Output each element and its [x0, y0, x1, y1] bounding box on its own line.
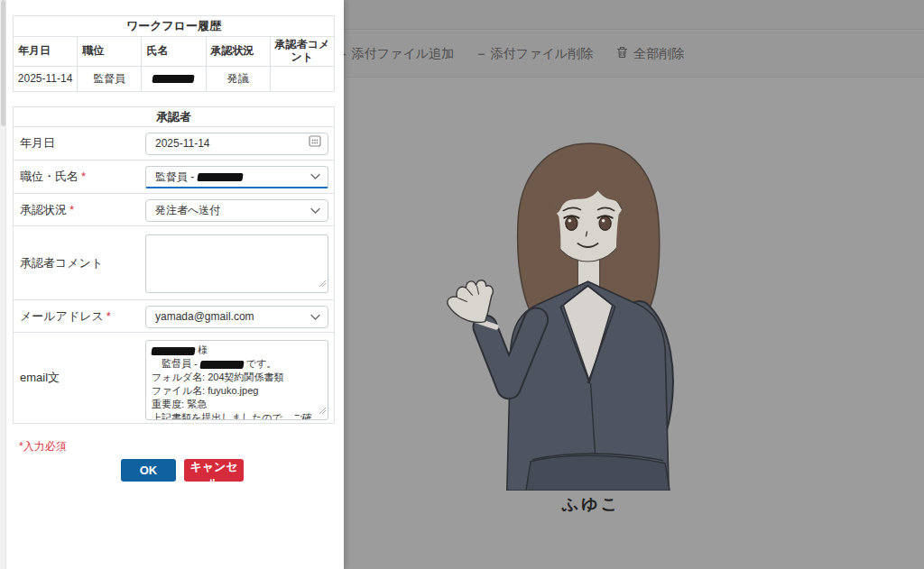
attachment-toolbar: + 添付ファイル追加 − 添付ファイル削除 全部削除 [344, 31, 924, 78]
approver-form-title: 承認者 [14, 107, 334, 127]
email-body-row: email文 様 監督員 - です。 フォルダ名: 204契約関係書類 ファイル… [14, 333, 334, 423]
email-row: メールアドレス* yamada@gmail.com [14, 300, 334, 333]
cell-date: 2025-11-14 [14, 66, 78, 91]
col-date: 年月日 [14, 37, 78, 67]
cell-status: 発議 [206, 66, 270, 91]
approver-form: 承認者 年月日 2025-11-14 [13, 106, 335, 424]
table-header-row: 年月日 職位 氏名 承認状況 承認者コメント [14, 37, 335, 67]
add-attachment-label: 添付ファイル追加 [352, 46, 454, 62]
email-label: メールアドレス* [20, 308, 111, 325]
minus-icon: − [477, 47, 485, 60]
approver-comment-row: 承認者コメント [14, 226, 334, 300]
col-position: 職位 [78, 37, 142, 67]
delete-all-button[interactable]: 全部削除 [616, 46, 684, 62]
email-value: yamada@gmail.com [155, 310, 254, 323]
email-select[interactable]: yamada@gmail.com [145, 306, 328, 328]
required-asterisk: * [69, 203, 74, 216]
date-value: 2025-11-14 [155, 137, 210, 150]
resize-grip-icon[interactable] [319, 402, 327, 418]
scrollbar-thumb[interactable] [1, 0, 5, 126]
character-name-caption: ふゆこ [438, 493, 744, 515]
ok-button[interactable]: OK [121, 459, 176, 482]
col-status: 承認状況 [206, 37, 270, 67]
required-note: *入力必須 [19, 439, 67, 454]
chevron-down-icon [310, 307, 320, 327]
email-body-label: email文 [20, 370, 60, 386]
approval-status-value: 発注者へ送付 [155, 204, 220, 216]
remove-attachment-button[interactable]: − 添付ファイル削除 [477, 46, 593, 62]
required-asterisk: * [81, 170, 86, 183]
col-comment: 承認者コメント [270, 37, 334, 67]
approver-comment-textarea[interactable] [145, 234, 328, 293]
calendar-icon[interactable] [309, 133, 321, 154]
cell-position: 監督員 [78, 66, 142, 91]
character-illustration [430, 134, 750, 491]
workflow-history-table: ワークフロー履歴 年月日 職位 氏名 承認状況 承認者コメント 2025-11-… [13, 15, 335, 92]
email-body-textarea[interactable]: 様 監督員 - です。 フォルダ名: 204契約関係書類 ファイル名: fuyu… [145, 340, 328, 420]
background-header-band [344, 0, 924, 30]
background-content-area: ふゆこ [344, 78, 924, 569]
date-row: 年月日 2025-11-14 [14, 127, 334, 161]
approval-status-row: 承認状況* 発注者へ送付 [14, 194, 334, 226]
page-scrollbar[interactable] [0, 0, 6, 569]
trash-icon [616, 46, 628, 61]
cell-name-redacted [142, 66, 206, 91]
resize-grip-icon[interactable] [319, 275, 327, 291]
email-body-text: 様 監督員 - です。 フォルダ名: 204契約関係書類 ファイル名: fuyu… [146, 341, 328, 420]
date-label: 年月日 [20, 135, 55, 151]
cancel-button[interactable]: キャンセル [184, 459, 244, 482]
approver-comment-label: 承認者コメント [20, 255, 103, 271]
table-row: 2025-11-14 監督員 発議 [14, 66, 335, 91]
approval-status-select[interactable]: 発注者へ送付 [145, 199, 328, 222]
add-attachment-button[interactable]: + 添付ファイル追加 [338, 46, 454, 62]
position-name-row: 職位・氏名* 監督員 - [14, 161, 334, 194]
cell-comment [270, 66, 334, 91]
chevron-down-icon [310, 200, 320, 221]
remove-attachment-label: 添付ファイル削除 [491, 46, 593, 62]
required-asterisk: * [106, 309, 111, 323]
workflow-history-title: ワークフロー履歴 [14, 16, 335, 37]
chevron-down-icon [310, 167, 320, 188]
dimmed-background-page: + 添付ファイル追加 − 添付ファイル削除 全部削除 [344, 0, 924, 569]
workflow-approval-dialog: ワークフロー履歴 年月日 職位 氏名 承認状況 承認者コメント 2025-11-… [6, 0, 344, 569]
col-name: 氏名 [142, 37, 206, 67]
date-input[interactable]: 2025-11-14 [145, 133, 328, 155]
position-name-label: 職位・氏名* [20, 169, 86, 185]
delete-all-label: 全部削除 [633, 46, 684, 62]
screen: + 添付ファイル追加 − 添付ファイル削除 全部削除 [0, 0, 924, 569]
approval-status-label: 承認状況* [20, 202, 74, 218]
position-name-select[interactable]: 監督員 - [145, 166, 328, 188]
position-name-value: 監督員 - [155, 170, 198, 183]
